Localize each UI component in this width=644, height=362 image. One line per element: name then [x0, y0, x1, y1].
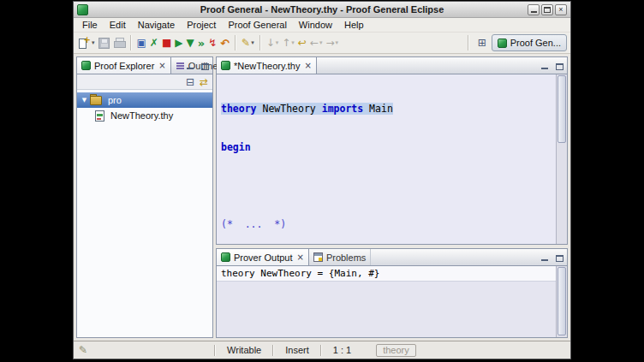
window-controls: × — [528, 4, 567, 15]
import-target: Main — [363, 103, 393, 115]
close-icon: × — [558, 6, 563, 14]
tab-proof-explorer[interactable]: Proof Explorer × — [77, 57, 171, 74]
run-to-end-button[interactable]: » — [196, 34, 206, 52]
app-window: Proof General - NewTheory.thy - Proof Ge… — [73, 1, 571, 359]
status-note-icon: ✎ — [79, 344, 87, 356]
back-icon: ← — [310, 38, 319, 48]
editor-view-controls — [539, 60, 565, 72]
tab-problems-label: Problems — [326, 252, 366, 263]
open-perspective-icon: ⊞ — [478, 38, 486, 48]
restart-prover-button[interactable]: ▣ — [135, 34, 148, 52]
minimize-view-icon — [541, 67, 548, 69]
annotate-button[interactable]: ✎ ▾ — [240, 34, 256, 52]
maximize-icon — [544, 7, 551, 13]
goto-cursor-icon: ▼ — [187, 38, 194, 48]
project-folder-icon — [90, 96, 102, 105]
forward-dropdown-icon: ▾ — [336, 39, 339, 46]
link-with-editor-icon[interactable]: ⇄ — [200, 77, 208, 87]
tab-editor-newtheory[interactable]: *NewTheory.thy × — [217, 57, 317, 74]
stop-button[interactable]: ■ — [160, 34, 173, 52]
project-name: pro — [105, 95, 124, 105]
undo-step-button[interactable]: ↶ — [218, 34, 231, 52]
editor-column: *NewTheory.thy × theory NewTheory import… — [216, 56, 568, 338]
menu-navigate[interactable]: Navigate — [132, 19, 181, 31]
screen: Proof General - NewTheory.thy - Proof Ge… — [0, 0, 644, 362]
expander-icon[interactable]: ▼ — [80, 97, 89, 104]
minimize-view-button[interactable] — [184, 60, 196, 72]
prover-scrollbar[interactable] — [556, 266, 567, 337]
menu-help[interactable]: Help — [338, 19, 370, 31]
tree-row-project[interactable]: ▼ pro — [77, 92, 212, 108]
prover-view-controls — [539, 252, 565, 264]
tab-close-icon[interactable]: × — [158, 61, 165, 70]
goto-cursor-button[interactable]: ▼ — [185, 34, 196, 52]
menu-file[interactable]: File — [76, 19, 104, 31]
proof-explorer-panel: Proof Explorer × Outline ⊟ ⇄ — [76, 56, 213, 338]
retract-all-button[interactable]: ✗ — [148, 34, 160, 52]
explorer-toolbar: ⊟ ⇄ — [77, 74, 212, 90]
print-icon — [113, 38, 125, 48]
status-caret-position: 1 : 1 — [322, 345, 362, 355]
back-dropdown-icon: ▾ — [319, 39, 323, 46]
menu-window[interactable]: Window — [293, 19, 338, 31]
next-step-button[interactable]: ▶ — [173, 34, 184, 52]
forward-button[interactable]: → ▾ — [324, 34, 340, 52]
menu-proof-general[interactable]: Proof General — [222, 19, 292, 31]
maximize-view-button[interactable] — [553, 60, 565, 72]
editor-scrollbar[interactable] — [556, 74, 567, 244]
minimize-view-button[interactable] — [539, 252, 551, 264]
menu-project[interactable]: Project — [181, 19, 222, 31]
tab-close-icon[interactable]: × — [295, 252, 303, 262]
back-button[interactable]: ← ▾ — [308, 34, 325, 52]
main-toolbar: + ▾ ▣ ✗ ■ ▶ ▼ » ↯ ↶ ✎ ▾ ↓ ▾ — [74, 33, 570, 54]
maximize-view-icon — [201, 63, 209, 70]
print-button[interactable] — [111, 34, 127, 52]
maximize-view-button[interactable] — [199, 60, 211, 72]
prover-scrollbar-thumb[interactable] — [558, 267, 566, 335]
last-edit-location-icon: ↩ — [298, 38, 307, 48]
code-editor[interactable]: theory NewTheory imports Main begin (* .… — [217, 74, 556, 244]
maximize-view-icon — [556, 63, 564, 70]
undo-step-icon: ↶ — [220, 38, 230, 49]
code-line-1: theory NewTheory imports Main — [221, 103, 556, 116]
collapse-all-icon[interactable]: ⊟ — [186, 77, 194, 87]
new-file-icon: + — [78, 37, 91, 50]
close-button[interactable]: × — [555, 4, 567, 15]
proof-explorer-icon — [81, 61, 91, 70]
editor-scrollbar-thumb[interactable] — [558, 75, 566, 143]
run-to-end-icon: » — [198, 38, 205, 49]
new-wizard-button[interactable]: + ▾ — [76, 34, 97, 52]
title-bar[interactable]: Proof General - NewTheory.thy - Proof Ge… — [74, 2, 570, 18]
keyword-imports: imports — [322, 103, 363, 115]
editor-body: theory NewTheory imports Main begin (* .… — [217, 74, 567, 244]
editor-tab-label: *NewTheory.thy — [234, 61, 300, 71]
theory-file-icon — [95, 110, 104, 122]
tab-prover-output[interactable]: Prover Output × — [217, 249, 309, 265]
maximize-view-button[interactable] — [553, 252, 565, 264]
minimize-button[interactable] — [528, 4, 540, 15]
comment-text: (* ... *) — [221, 218, 286, 230]
last-edit-location-button[interactable]: ↩ — [296, 34, 308, 52]
restart-prover-icon: ▣ — [137, 38, 146, 48]
minimize-view-button[interactable] — [539, 60, 551, 72]
minimize-view-icon — [187, 67, 194, 69]
maximize-button[interactable] — [541, 4, 553, 15]
tab-close-icon[interactable]: × — [303, 61, 311, 70]
open-perspective-button[interactable]: ⊞ — [476, 34, 488, 52]
prover-output-line: theory NewTheory = {Main, #} — [217, 266, 556, 282]
explorer-view-controls — [184, 60, 211, 72]
window-title: Proof General - NewTheory.thy - Proof Ge… — [74, 4, 570, 15]
editor-panel: *NewTheory.thy × theory NewTheory import… — [216, 56, 568, 245]
menu-edit[interactable]: Edit — [104, 19, 132, 31]
prover-output-panel: Prover Output × Problems — [216, 248, 568, 338]
perspective-label: Proof Gen... — [510, 38, 561, 48]
previous-annotation-button[interactable]: ↑ ▾ — [280, 34, 296, 52]
prover-output-view[interactable]: theory NewTheory = {Main, #} — [217, 266, 556, 337]
interrupt-button[interactable]: ↯ — [206, 34, 218, 52]
proof-general-perspective-button[interactable]: Proof Gen... — [492, 34, 567, 51]
tab-problems[interactable]: Problems — [309, 249, 371, 265]
next-annotation-button[interactable]: ↓ ▾ — [265, 34, 281, 52]
save-button[interactable] — [97, 34, 111, 52]
tree-row-file[interactable]: NewTheory.thy — [77, 108, 212, 123]
problems-icon — [313, 252, 323, 262]
